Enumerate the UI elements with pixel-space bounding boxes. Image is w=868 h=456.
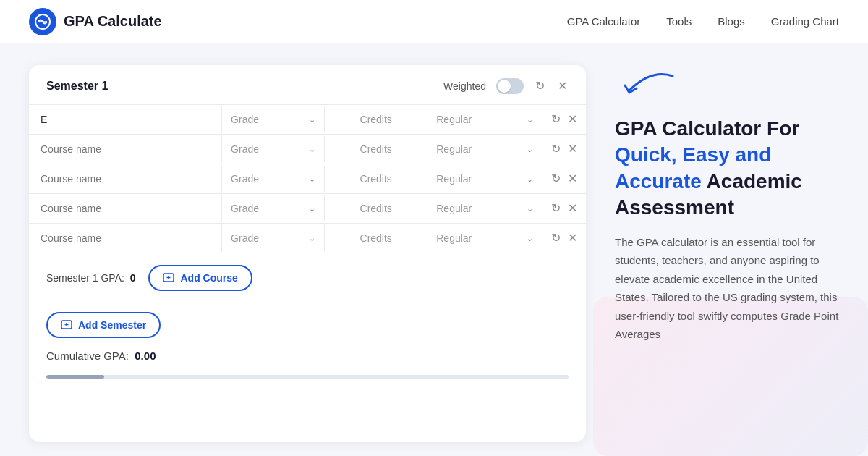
promo-description: The GPA calculator is an essential tool … [615,233,839,344]
course-name-cell [29,224,222,252]
headline: GPA Calculator For Quick, Easy and Accur… [615,116,839,221]
course-name-input[interactable] [41,232,210,244]
table-row: Grade ⌄ Credits Regular ⌄ ↻ ✕ [29,104,586,134]
type-cell[interactable]: Regular ⌄ [427,225,542,251]
add-semester-button[interactable]: Add Semester [46,312,161,338]
nav-blogs[interactable]: Blogs [718,15,745,28]
type-chevron-icon: ⌄ [527,174,533,184]
logo-text: GPA Calculate [64,13,162,30]
credits-text: Credits [360,143,392,155]
type-text: Regular [436,114,472,125]
course-name-input[interactable] [41,173,210,185]
table-row: Grade ⌄ Credits Regular ⌄ ↻ ✕ [29,164,586,193]
course-name-cell [29,195,222,222]
add-semester-icon [61,319,72,331]
semester-gpa-text: Semester 1 GPA: 0 [46,272,135,284]
course-rows: Grade ⌄ Credits Regular ⌄ ↻ ✕ [29,104,586,253]
table-row: Grade ⌄ Credits Regular ⌄ ↻ ✕ [29,223,586,253]
type-chevron-icon: ⌄ [527,115,533,124]
cumulative-gpa: Cumulative GPA: 0.00 [46,350,569,362]
credits-cell[interactable]: Credits [325,224,427,252]
logo-icon [29,8,56,35]
row-actions: ↻ ✕ [542,135,586,164]
main-layout: Semester 1 Weighted ↻ ✕ Grade ⌄ [0,43,868,456]
reset-row-button[interactable]: ↻ [550,231,562,245]
promo-panel: GPA Calculator For Quick, Easy and Accur… [608,65,839,442]
main-nav: GPA Calculator Tools Blogs Grading Chart [567,15,839,28]
grade-text: Grade [231,203,259,214]
grade-text: Grade [231,232,259,244]
delete-row-button[interactable]: ✕ [566,231,579,245]
close-semester-button[interactable]: ✕ [556,79,569,93]
grade-cell[interactable]: Grade ⌄ [222,166,325,192]
reset-row-button[interactable]: ↻ [550,201,562,216]
grade-cell[interactable]: Grade ⌄ [222,195,325,221]
credits-cell[interactable]: Credits [325,135,427,163]
semester-controls: Weighted ↻ ✕ [443,78,569,94]
nav-tools[interactable]: Tools [666,15,692,28]
credits-cell[interactable]: Credits [325,165,427,193]
grade-chevron-icon: ⌄ [309,115,315,124]
reset-row-button[interactable]: ↻ [550,112,562,127]
toggle-knob [498,80,511,93]
headline-part1: GPA Calculator For [615,117,799,140]
credits-cell[interactable]: Credits [325,195,427,222]
credits-text: Credits [360,173,392,185]
course-name-cell [29,165,222,193]
type-cell[interactable]: Regular ⌄ [427,136,542,162]
nav-grading-chart[interactable]: Grading Chart [771,15,839,28]
nav-gpa-calculator[interactable]: GPA Calculator [567,15,640,28]
delete-row-button[interactable]: ✕ [566,172,579,186]
type-text: Regular [436,232,472,244]
divider [46,303,569,303]
credits-text: Credits [360,203,392,214]
row-actions: ↻ ✕ [542,164,586,193]
reset-row-button[interactable]: ↻ [550,172,562,186]
table-row: Grade ⌄ Credits Regular ⌄ ↻ ✕ [29,134,586,164]
grade-cell[interactable]: Grade ⌄ [222,136,325,162]
semester-title: Semester 1 [46,80,108,93]
grade-cell[interactable]: Grade ⌄ [222,225,325,251]
type-cell[interactable]: Regular ⌄ [427,106,542,132]
scrollbar[interactable] [46,375,569,379]
delete-row-button[interactable]: ✕ [566,201,579,216]
credits-cell[interactable]: Credits [325,106,427,133]
logo-area: GPA Calculate [29,8,162,35]
row-actions: ↻ ✕ [542,105,586,134]
reset-button[interactable]: ↻ [534,79,546,93]
delete-row-button[interactable]: ✕ [566,112,579,127]
reset-row-button[interactable]: ↻ [550,142,562,156]
grade-text: Grade [231,143,259,155]
arrow-icon [615,65,680,116]
type-cell[interactable]: Regular ⌄ [427,166,542,192]
course-name-input[interactable] [41,114,210,125]
course-name-cell [29,135,222,163]
semester-gpa-row: Semester 1 GPA: 0 Add Course [46,265,569,291]
grade-chevron-icon: ⌄ [309,174,315,184]
calculator-panel: Semester 1 Weighted ↻ ✕ Grade ⌄ [29,65,586,442]
type-chevron-icon: ⌄ [527,234,533,243]
course-name-input[interactable] [41,143,210,155]
row-actions: ↻ ✕ [542,224,586,253]
credits-text: Credits [360,114,392,125]
course-name-cell [29,106,222,133]
grade-chevron-icon: ⌄ [309,145,315,154]
course-name-input[interactable] [41,203,210,214]
weighted-label: Weighted [443,80,486,92]
grade-chevron-icon: ⌄ [309,204,315,214]
arrow-decoration [615,65,680,119]
credits-text: Credits [360,232,392,244]
type-text: Regular [436,173,472,185]
grade-text: Grade [231,114,259,125]
grade-chevron-icon: ⌄ [309,234,315,243]
header: GPA Calculate GPA Calculator Tools Blogs… [0,0,868,43]
add-course-button[interactable]: Add Course [148,265,252,291]
grade-cell[interactable]: Grade ⌄ [222,106,325,132]
delete-row-button[interactable]: ✕ [566,142,579,156]
type-cell[interactable]: Regular ⌄ [427,195,542,221]
type-chevron-icon: ⌄ [527,145,533,154]
weighted-toggle[interactable] [496,78,524,94]
table-row: Grade ⌄ Credits Regular ⌄ ↻ ✕ [29,193,586,223]
semester-gpa-value: 0 [130,272,136,284]
semester-header: Semester 1 Weighted ↻ ✕ [29,65,586,104]
